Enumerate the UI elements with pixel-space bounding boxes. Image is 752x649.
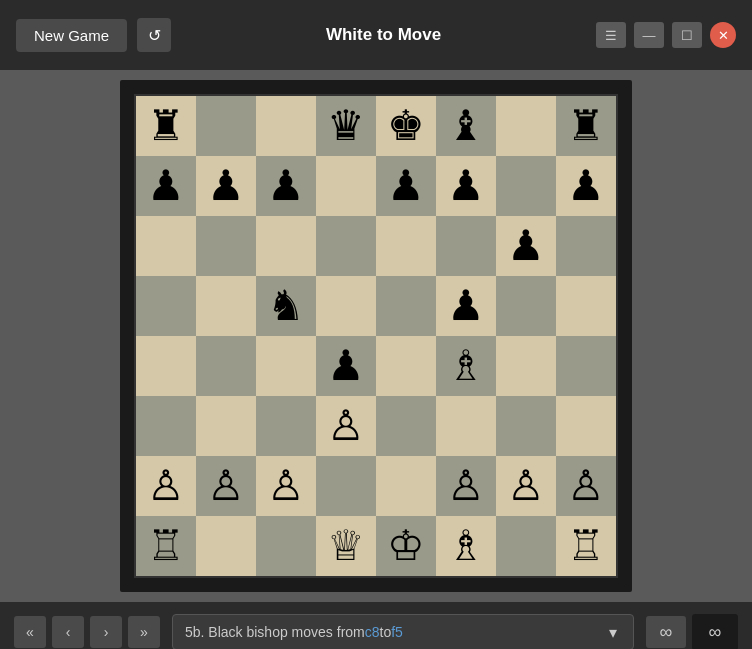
chess-square[interactable] — [496, 156, 556, 216]
chess-square[interactable] — [496, 96, 556, 156]
chess-square[interactable]: ♙ — [256, 456, 316, 516]
chess-square[interactable]: ♚ — [376, 96, 436, 156]
chess-square[interactable] — [316, 216, 376, 276]
nav-next-button[interactable]: › — [90, 616, 122, 648]
chess-square[interactable] — [196, 396, 256, 456]
chess-square[interactable] — [256, 516, 316, 576]
close-button[interactable]: ✕ — [710, 22, 736, 48]
game-title: White to Move — [171, 25, 596, 45]
chess-square[interactable] — [376, 216, 436, 276]
bottom-bar: « ‹ › » 5b. Black bishop moves from c8 t… — [0, 602, 752, 649]
chess-square[interactable] — [256, 336, 316, 396]
nav-first-button[interactable]: « — [14, 616, 46, 648]
chess-square[interactable]: ♗ — [436, 516, 496, 576]
chess-square[interactable] — [376, 336, 436, 396]
chess-square[interactable] — [196, 276, 256, 336]
chess-square[interactable]: ♙ — [196, 456, 256, 516]
chess-square[interactable]: ♖ — [556, 516, 616, 576]
chess-square[interactable] — [196, 96, 256, 156]
chess-square[interactable]: ♜ — [136, 96, 196, 156]
chess-square[interactable]: ♜ — [556, 96, 616, 156]
main-content: ♜♛♚♝♜♟♟♟♟♟♟♟♞♟♟♗♙♙♙♙♙♙♙♖♕♔♗♖ — [0, 70, 752, 602]
chess-square[interactable] — [376, 396, 436, 456]
move-display: 5b. Black bishop moves from c8 to f5 ▾ — [172, 614, 634, 649]
chess-square[interactable]: ♟ — [316, 336, 376, 396]
menu-button[interactable]: ☰ — [596, 22, 626, 48]
chess-square[interactable]: ♛ — [316, 96, 376, 156]
move-to: f5 — [391, 624, 403, 640]
chess-square[interactable]: ♕ — [316, 516, 376, 576]
chess-square[interactable]: ♟ — [376, 156, 436, 216]
move-dropdown-arrow[interactable]: ▾ — [609, 623, 621, 642]
chess-square[interactable] — [496, 516, 556, 576]
chess-square[interactable]: ♔ — [376, 516, 436, 576]
chess-square[interactable] — [196, 336, 256, 396]
new-game-button[interactable]: New Game — [16, 19, 127, 52]
chess-square[interactable]: ♟ — [436, 276, 496, 336]
chess-square[interactable] — [556, 396, 616, 456]
chess-square[interactable]: ♟ — [256, 156, 316, 216]
chess-square[interactable]: ♝ — [436, 96, 496, 156]
chess-square[interactable] — [256, 216, 316, 276]
chess-square[interactable] — [496, 336, 556, 396]
chess-square[interactable]: ♟ — [436, 156, 496, 216]
chess-square[interactable]: ♙ — [436, 456, 496, 516]
chess-square[interactable]: ♙ — [316, 396, 376, 456]
chess-square[interactable] — [196, 516, 256, 576]
chess-square[interactable] — [136, 396, 196, 456]
chess-square[interactable] — [196, 216, 256, 276]
minimize-button[interactable]: — — [634, 22, 664, 48]
chess-square[interactable] — [136, 216, 196, 276]
window-controls: ☰ — ☐ ✕ — [596, 22, 736, 48]
chess-square[interactable] — [556, 276, 616, 336]
chess-square[interactable] — [376, 456, 436, 516]
chess-square[interactable]: ♙ — [136, 456, 196, 516]
move-mid: to — [380, 624, 392, 640]
move-text: 5b. Black bishop moves from — [185, 624, 365, 640]
chess-square[interactable]: ♞ — [256, 276, 316, 336]
infinity-button-1[interactable]: ∞ — [646, 616, 686, 648]
move-from: c8 — [365, 624, 380, 640]
chess-square[interactable] — [136, 336, 196, 396]
chess-square[interactable] — [316, 276, 376, 336]
chess-square[interactable] — [316, 456, 376, 516]
chess-square[interactable] — [256, 396, 316, 456]
chess-square[interactable] — [496, 396, 556, 456]
infinity-button-2[interactable]: ∞ — [692, 614, 738, 649]
chess-square[interactable]: ♖ — [136, 516, 196, 576]
chess-square[interactable] — [556, 216, 616, 276]
chess-square[interactable] — [556, 336, 616, 396]
board-container: ♜♛♚♝♜♟♟♟♟♟♟♟♞♟♟♗♙♙♙♙♙♙♙♖♕♔♗♖ — [120, 80, 632, 592]
chess-board: ♜♛♚♝♜♟♟♟♟♟♟♟♞♟♟♗♙♙♙♙♙♙♙♖♕♔♗♖ — [134, 94, 618, 578]
chess-square[interactable] — [376, 276, 436, 336]
title-bar: New Game ↺ White to Move ☰ — ☐ ✕ — [0, 0, 752, 70]
chess-square[interactable] — [256, 96, 316, 156]
chess-square[interactable]: ♙ — [496, 456, 556, 516]
chess-square[interactable] — [436, 396, 496, 456]
nav-prev-button[interactable]: ‹ — [52, 616, 84, 648]
chess-square[interactable]: ♟ — [556, 156, 616, 216]
chess-square[interactable] — [316, 156, 376, 216]
nav-last-button[interactable]: » — [128, 616, 160, 648]
chess-square[interactable]: ♟ — [496, 216, 556, 276]
chess-square[interactable]: ♗ — [436, 336, 496, 396]
chess-square[interactable]: ♟ — [196, 156, 256, 216]
chess-square[interactable]: ♟ — [136, 156, 196, 216]
undo-button[interactable]: ↺ — [137, 18, 171, 52]
chess-square[interactable] — [436, 216, 496, 276]
chess-square[interactable]: ♙ — [556, 456, 616, 516]
chess-square[interactable] — [136, 276, 196, 336]
maximize-button[interactable]: ☐ — [672, 22, 702, 48]
chess-square[interactable] — [496, 276, 556, 336]
